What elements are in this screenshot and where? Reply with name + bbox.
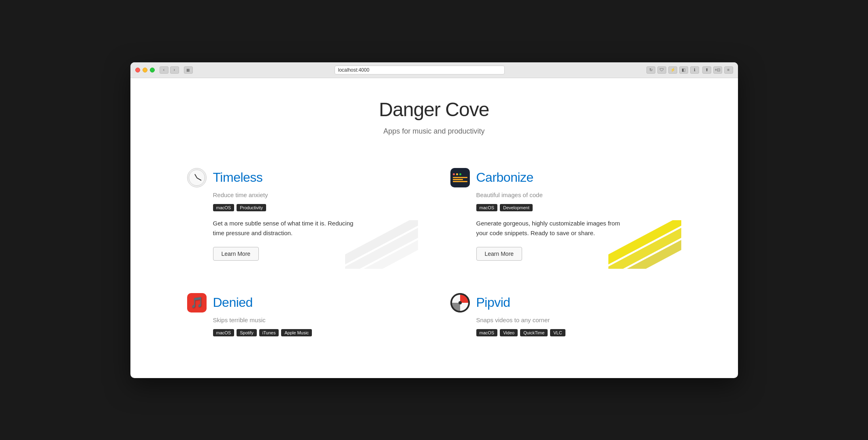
- app-tag-quicktime: QuickTime: [520, 329, 548, 336]
- reader-mode-button[interactable]: ◧: [679, 66, 688, 74]
- app-tag-spotify: Spotify: [237, 329, 257, 336]
- app-tagline-carbonize: Beautiful images of code: [476, 191, 681, 198]
- maximize-button[interactable]: [150, 68, 155, 72]
- url-text: localhost:4000: [338, 67, 369, 73]
- shield-icon: 🛡: [657, 66, 666, 74]
- app-tags-pipvid: macOS Video QuickTime VLC: [476, 329, 681, 336]
- browser-window: ‹ › ▦ localhost:4000 ↻ 🛡 ⚡ ◧ ℹ ⬆ +⊡ ≡ Da…: [130, 62, 738, 378]
- app-icon-denied: 🎵: [187, 293, 207, 312]
- apps-grid: Timeless Reduce time anxiety macOS Produ…: [187, 168, 681, 352]
- sidebar-toggle-button[interactable]: ▦: [184, 66, 193, 74]
- app-header-pipvid: Pipvid: [450, 293, 681, 312]
- app-tag-macos-p: macOS: [476, 329, 498, 336]
- share-button[interactable]: ⬆: [702, 66, 711, 74]
- app-tag-productivity: Productivity: [237, 204, 266, 211]
- site-header: Danger Cove Apps for music and productiv…: [187, 98, 681, 136]
- carbonize-dot-red: [453, 173, 455, 175]
- app-tagline-pipvid: Snaps videos to any corner: [476, 317, 681, 323]
- yellow-stripe-3: [608, 239, 681, 268]
- extensions-button[interactable]: ⚡: [668, 66, 677, 74]
- info-button[interactable]: ℹ: [690, 66, 699, 74]
- clock-face: [189, 170, 205, 186]
- nav-buttons: ‹ ›: [160, 66, 179, 74]
- app-name-pipvid: Pipvid: [476, 295, 510, 310]
- back-button[interactable]: ‹: [160, 66, 168, 74]
- app-tags-denied: macOS Spotify iTunes Apple Music: [213, 329, 418, 336]
- app-name-denied: Denied: [213, 295, 253, 310]
- app-tag-macos-d: macOS: [213, 329, 235, 336]
- traffic-lights: [135, 68, 155, 72]
- app-tag-video: Video: [500, 329, 518, 336]
- carbonize-line-1: [453, 177, 467, 178]
- app-tagline-denied: Skips terrible music: [213, 317, 418, 323]
- close-button[interactable]: [135, 68, 140, 72]
- stripe-3: [345, 239, 418, 268]
- carbonize-line-2: [453, 179, 463, 180]
- app-description-timeless: Get a more subtle sense of what time it …: [213, 219, 359, 238]
- app-icon-pipvid: [450, 293, 470, 312]
- svg-point-1: [459, 301, 462, 304]
- new-tab-button[interactable]: +⊡: [713, 66, 722, 74]
- app-tag-macos: macOS: [213, 204, 235, 211]
- browser-chrome: ‹ › ▦ localhost:4000 ↻ 🛡 ⚡ ◧ ℹ ⬆ +⊡ ≡: [130, 62, 738, 78]
- carbonize-icon-inner: [450, 171, 470, 185]
- learn-more-button-carbonize[interactable]: Learn More: [476, 247, 523, 261]
- app-tag-development: Development: [500, 204, 533, 211]
- minimize-button[interactable]: [143, 68, 147, 72]
- page-content: Danger Cove Apps for music and productiv…: [130, 78, 738, 378]
- carbonize-dot-green: [459, 173, 461, 175]
- app-card-carbonize: Carbonize Beautiful images of code macOS…: [450, 168, 681, 269]
- app-tag-macos-c: macOS: [476, 204, 498, 211]
- reload-button[interactable]: ↻: [646, 66, 655, 74]
- app-card-pipvid: Pipvid Snaps videos to any corner macOS …: [450, 293, 681, 352]
- app-name-carbonize: Carbonize: [476, 170, 533, 185]
- address-bar[interactable]: localhost:4000: [335, 66, 505, 74]
- carbonize-line-3: [453, 181, 467, 182]
- app-icon-timeless: [187, 168, 207, 187]
- more-button[interactable]: ≡: [724, 66, 733, 74]
- clock-minute-hand: [196, 177, 201, 181]
- site-title: Danger Cove: [187, 98, 681, 121]
- app-tag-apple-music: Apple Music: [281, 329, 312, 336]
- app-tag-vlc: VLC: [550, 329, 565, 336]
- app-tags-timeless: macOS Productivity: [213, 204, 418, 211]
- window-actions: ⬆ +⊡ ≡: [702, 66, 733, 74]
- denied-music-note: 🎵: [190, 296, 203, 309]
- learn-more-button-timeless[interactable]: Learn More: [213, 247, 259, 261]
- app-tag-itunes: iTunes: [259, 329, 279, 336]
- site-subtitle: Apps for music and productivity: [187, 127, 681, 136]
- app-tags-carbonize: macOS Development: [476, 204, 681, 211]
- address-bar-container: localhost:4000: [196, 66, 643, 74]
- carbonize-dots: [453, 173, 461, 175]
- app-header-denied: 🎵 Denied: [187, 293, 418, 312]
- browser-actions: ↻ 🛡 ⚡ ◧ ℹ: [646, 66, 699, 74]
- app-icon-carbonize: [450, 168, 470, 187]
- pipvid-svg: [450, 293, 470, 312]
- forward-button[interactable]: ›: [170, 66, 179, 74]
- app-card-timeless: Timeless Reduce time anxiety macOS Produ…: [187, 168, 418, 269]
- app-header-carbonize: Carbonize: [450, 168, 681, 187]
- app-tagline-timeless: Reduce time anxiety: [213, 191, 418, 198]
- app-description-carbonize: Generate gorgeous, highly customizable i…: [476, 219, 622, 238]
- carbonize-dot-yellow: [456, 173, 458, 175]
- app-card-denied: 🎵 Denied Skips terrible music macOS Spot…: [187, 293, 418, 352]
- app-name-timeless: Timeless: [213, 170, 263, 185]
- app-header-timeless: Timeless: [187, 168, 418, 187]
